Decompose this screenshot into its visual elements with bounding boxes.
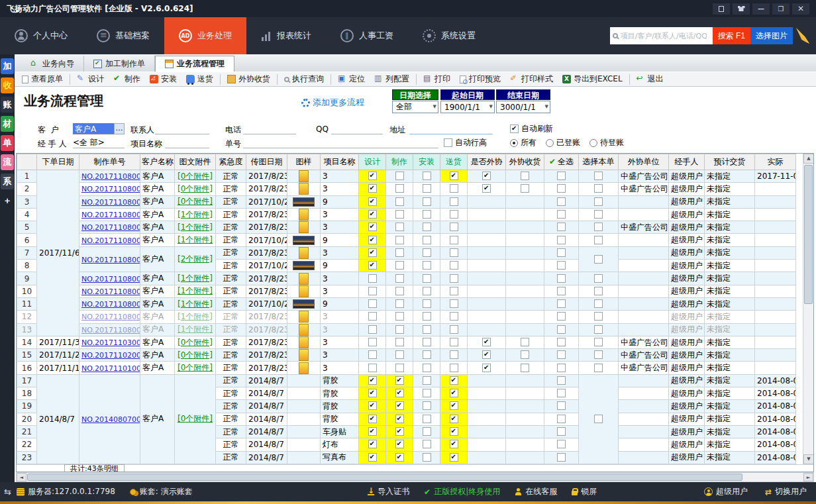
deliver-checkbox[interactable]: [450, 312, 458, 321]
install-checkbox[interactable]: [423, 376, 431, 385]
col-header-order_no[interactable]: 制作单号: [79, 154, 140, 170]
install-checkbox[interactable]: [423, 236, 431, 244]
megaphone-icon[interactable]: [796, 28, 812, 44]
select_this-checkbox[interactable]: [594, 172, 603, 180]
make-checkbox[interactable]: [395, 172, 404, 180]
col-header-design[interactable]: 设计: [359, 154, 386, 170]
date-filter-select[interactable]: 3000/1/1: [496, 101, 550, 113]
toolbar-button-print[interactable]: 打印: [419, 72, 455, 87]
order-link[interactable]: NO.201711080012: [81, 172, 140, 181]
is_outsourced-checkbox[interactable]: [482, 184, 491, 193]
install-checkbox[interactable]: [423, 401, 431, 410]
status-import[interactable]: ↓导入证书: [368, 486, 409, 497]
install-checkbox[interactable]: [423, 197, 431, 206]
select_this-checkbox[interactable]: [594, 255, 603, 264]
scope-radio-已登账[interactable]: 已登账: [546, 137, 580, 148]
address-input[interactable]: [409, 123, 493, 134]
deliver-checkbox[interactable]: [450, 389, 458, 397]
install-checkbox[interactable]: [423, 248, 431, 257]
col-header-urgency[interactable]: 紧急度: [216, 154, 246, 170]
select_all-checkbox[interactable]: [557, 338, 566, 346]
make-checkbox[interactable]: [395, 197, 404, 206]
scroll-down-icon[interactable]: ▼: [803, 454, 814, 464]
is_outsourced-checkbox[interactable]: [482, 350, 491, 359]
toolbar-button-view[interactable]: 查看原单: [17, 72, 68, 87]
auto-refresh-checkbox[interactable]: [510, 125, 519, 133]
sidebar-tile-系[interactable]: 系: [1, 174, 14, 189]
col-header-order_date[interactable]: 下单日期: [37, 154, 79, 170]
make-checkbox[interactable]: [395, 415, 404, 423]
make-checkbox[interactable]: [395, 248, 404, 257]
auto-rowheight-toggle[interactable]: 自动行高: [444, 137, 487, 148]
install-checkbox[interactable]: [423, 350, 431, 359]
design-checkbox[interactable]: [368, 210, 377, 219]
make-checkbox[interactable]: [395, 338, 404, 346]
order-link[interactable]: NO.201408070001: [81, 415, 140, 424]
install-checkbox[interactable]: [423, 223, 431, 231]
make-checkbox[interactable]: [395, 184, 404, 193]
select_this-checkbox[interactable]: [594, 197, 603, 206]
design-checkbox[interactable]: [368, 223, 377, 231]
make-checkbox[interactable]: [395, 325, 404, 334]
contact-input[interactable]: [155, 123, 209, 134]
deliver-checkbox[interactable]: [450, 261, 458, 270]
attachment-link[interactable]: [1个附件]: [178, 274, 213, 283]
attachment-link[interactable]: [0个附件]: [178, 197, 213, 206]
make-checkbox[interactable]: [395, 287, 404, 295]
install-checkbox[interactable]: [423, 184, 431, 193]
design-checkbox[interactable]: [368, 312, 377, 321]
deliver-checkbox[interactable]: [450, 364, 458, 372]
col-header-attachment[interactable]: 图文附件: [175, 154, 216, 170]
toolbar-button-style[interactable]: 打印样式: [505, 72, 558, 87]
design-checkbox[interactable]: [368, 453, 377, 462]
is_outsourced-checkbox[interactable]: [482, 364, 491, 372]
select_all-checkbox[interactable]: [557, 223, 566, 231]
thumbnail-image[interactable]: [299, 311, 309, 323]
col-header-outsource_recv[interactable]: 外协收货: [506, 154, 544, 170]
toolbar-button-preview[interactable]: 打印预览: [455, 72, 505, 87]
nav-item-report[interactable]: 报表统计: [246, 17, 326, 54]
install-checkbox[interactable]: [423, 210, 431, 219]
select_all-checkbox[interactable]: [557, 350, 566, 359]
install-checkbox[interactable]: [423, 440, 431, 448]
order-link[interactable]: NO.201711080001: [81, 326, 140, 334]
thumbnail-image[interactable]: [299, 221, 309, 233]
select_this-checkbox[interactable]: [594, 350, 603, 359]
design-checkbox[interactable]: [368, 376, 377, 385]
select_all-checkbox[interactable]: [557, 389, 566, 397]
deliver-checkbox[interactable]: [450, 274, 458, 283]
col-header-rownum[interactable]: [17, 154, 37, 170]
date-filter-select[interactable]: 全部: [392, 101, 438, 113]
make-checkbox[interactable]: [395, 401, 404, 410]
select_this-checkbox[interactable]: [594, 274, 603, 283]
design-checkbox[interactable]: [368, 197, 377, 206]
thumbnail-image[interactable]: [299, 336, 309, 348]
col-header-make[interactable]: 制作: [386, 154, 413, 170]
qq-input[interactable]: [331, 123, 383, 134]
pages-icon[interactable]: [713, 3, 730, 15]
search-button[interactable]: 搜索 F1: [713, 27, 750, 44]
design-checkbox[interactable]: [368, 389, 377, 397]
sidebar-tile-单[interactable]: 单: [1, 135, 14, 151]
order-link[interactable]: NO.201711010001: [81, 364, 140, 373]
radio-icon[interactable]: [546, 139, 554, 147]
select_all-checkbox[interactable]: [557, 427, 566, 436]
customer-more-button[interactable]: …: [114, 123, 125, 134]
select_all-checkbox[interactable]: [557, 325, 566, 334]
design-checkbox[interactable]: [368, 172, 377, 180]
attachment-link[interactable]: [0个附件]: [178, 363, 213, 372]
select_all-checkbox[interactable]: [557, 274, 566, 283]
make-checkbox[interactable]: [395, 312, 404, 321]
design-checkbox[interactable]: [368, 364, 377, 372]
deliver-checkbox[interactable]: [450, 287, 458, 295]
select_all-checkbox[interactable]: [557, 210, 566, 219]
select_all-checkbox[interactable]: [557, 184, 566, 193]
deliver-checkbox[interactable]: [450, 453, 458, 462]
attachment-link[interactable]: [1个附件]: [178, 223, 213, 232]
toolbar-button-excel[interactable]: X导出到EXCEL: [558, 72, 627, 87]
vertical-scrollbar[interactable]: ▲ ▼: [803, 154, 813, 464]
col-header-is_outsourced[interactable]: 是否外协: [468, 154, 506, 170]
deliver-checkbox[interactable]: [450, 184, 458, 193]
phone-input[interactable]: [243, 123, 296, 134]
deliver-checkbox[interactable]: [450, 248, 458, 257]
